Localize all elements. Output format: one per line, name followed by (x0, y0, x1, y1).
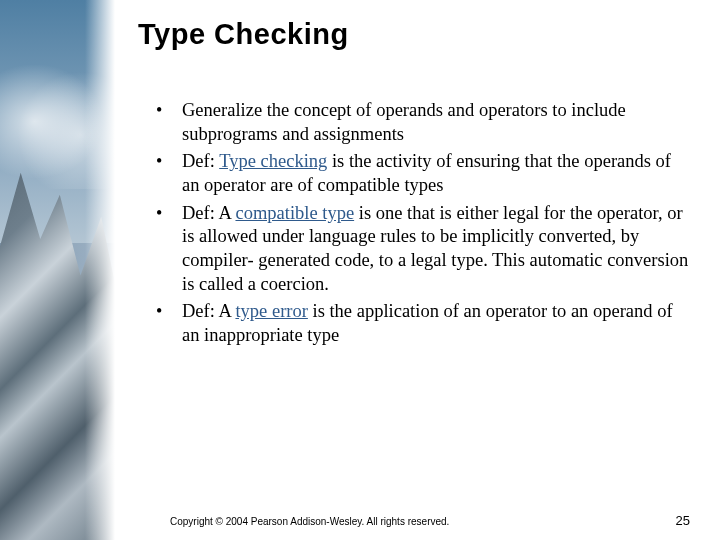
bullet-list: Generalize the concept of operands and o… (156, 99, 690, 348)
bullet-item: Def: A compatible type is one that is ei… (156, 202, 690, 297)
bullet-term: compatible type (235, 203, 354, 223)
bullet-term: Type checking (219, 151, 327, 171)
bullet-term: type error (235, 301, 307, 321)
copyright-text: Copyright © 2004 Pearson Addison-Wesley.… (170, 516, 449, 527)
bullet-text-pre: Def: (182, 151, 219, 171)
bullet-item: Def: Type checking is the activity of en… (156, 150, 690, 197)
fade-overlay (85, 0, 115, 540)
bullet-item: Generalize the concept of operands and o… (156, 99, 690, 146)
bullet-text-pre: Generalize the concept of operands and o… (182, 100, 626, 144)
page-number: 25 (676, 513, 690, 528)
slide-footer: Copyright © 2004 Pearson Addison-Wesley.… (0, 513, 720, 528)
bullet-item: Def: A type error is the application of … (156, 300, 690, 347)
slide-title: Type Checking (138, 18, 690, 51)
bullet-text-pre: Def: A (182, 301, 235, 321)
slide-content: Type Checking Generalize the concept of … (115, 0, 720, 540)
slide-sidebar-image (0, 0, 115, 540)
bullet-text-pre: Def: A (182, 203, 235, 223)
